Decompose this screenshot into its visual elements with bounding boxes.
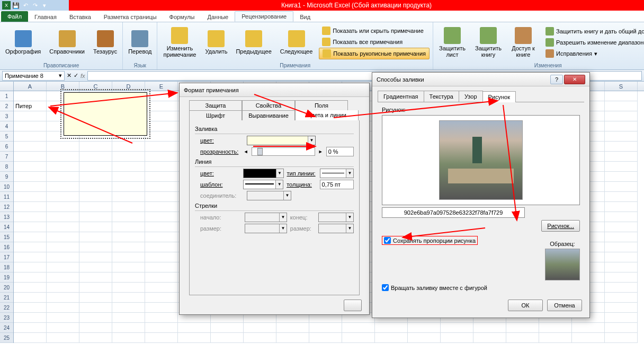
track-changes-button[interactable]: Исправления ▾ xyxy=(542,48,644,59)
cell[interactable] xyxy=(605,131,638,142)
tab-layout[interactable]: Разметка страницы xyxy=(97,12,163,22)
cell[interactable] xyxy=(342,323,375,333)
cell[interactable] xyxy=(605,111,638,121)
tab-view[interactable]: Вид xyxy=(293,12,317,22)
undo-icon[interactable]: ↶ xyxy=(21,1,30,10)
cell[interactable] xyxy=(473,323,506,333)
help-button[interactable]: ? xyxy=(550,75,563,84)
research-button[interactable]: Справочники xyxy=(47,29,87,56)
cell[interactable] xyxy=(47,252,79,262)
row-header[interactable]: 23 xyxy=(0,313,13,323)
row-header[interactable]: 9 xyxy=(0,172,13,182)
cell[interactable] xyxy=(145,202,178,212)
cell[interactable] xyxy=(112,313,145,323)
tab-properties[interactable]: Свойства xyxy=(242,100,295,110)
cell[interactable] xyxy=(112,232,145,242)
cell[interactable] xyxy=(47,262,79,272)
cell[interactable] xyxy=(112,152,145,162)
cell[interactable] xyxy=(79,242,112,252)
next-comment-button[interactable]: Следующее xyxy=(278,29,315,56)
cell[interactable] xyxy=(14,91,47,101)
cell[interactable] xyxy=(112,192,145,202)
cell[interactable] xyxy=(605,91,638,101)
row-header[interactable]: 19 xyxy=(0,272,13,283)
cell[interactable] xyxy=(79,232,112,242)
show-ink-button[interactable]: Показать рукописные примечания xyxy=(319,48,430,59)
cell[interactable] xyxy=(14,142,47,152)
cell[interactable] xyxy=(79,222,112,232)
weight-value[interactable]: 0,75 пт xyxy=(320,180,354,189)
cell[interactable] xyxy=(145,142,178,152)
cell[interactable] xyxy=(145,91,178,101)
cell[interactable] xyxy=(244,333,276,343)
line-type-picker[interactable]: ▼ xyxy=(320,169,354,178)
cell[interactable] xyxy=(145,162,178,172)
cell[interactable] xyxy=(47,212,79,222)
cell[interactable] xyxy=(145,131,178,142)
cell[interactable] xyxy=(14,283,47,293)
line-color-picker[interactable]: ▼ xyxy=(243,169,284,178)
show-hide-comment-button[interactable]: Показать или скрыть примечание xyxy=(319,25,430,36)
cell[interactable] xyxy=(145,182,178,192)
row-header[interactable]: 20 xyxy=(0,283,13,293)
cell[interactable] xyxy=(375,323,408,333)
cell[interactable] xyxy=(178,333,211,343)
cell[interactable] xyxy=(605,222,638,232)
tab-margins[interactable]: Поля xyxy=(295,100,348,110)
redo-icon[interactable]: ↷ xyxy=(31,1,39,10)
cell[interactable] xyxy=(506,333,539,343)
cell[interactable] xyxy=(112,293,145,303)
enter-icon[interactable]: ✓ xyxy=(74,72,78,79)
cell[interactable] xyxy=(605,303,638,313)
cell[interactable] xyxy=(605,242,638,252)
cell[interactable] xyxy=(47,202,79,212)
fx-icon[interactable]: fx xyxy=(80,73,85,79)
tab-gradient[interactable]: Градиентная xyxy=(378,91,424,102)
cell[interactable] xyxy=(79,313,112,323)
cell[interactable] xyxy=(112,262,145,272)
tab-texture[interactable]: Текстура xyxy=(424,91,459,102)
cell[interactable] xyxy=(145,192,178,202)
tab-review[interactable]: Рецензирование xyxy=(235,11,293,22)
cell[interactable] xyxy=(14,222,47,232)
cell[interactable] xyxy=(112,182,145,192)
cell[interactable] xyxy=(14,303,47,313)
rotate-fill-checkbox[interactable]: Вращать заливку вместе с фигурой xyxy=(382,284,580,291)
row-header[interactable]: 8 xyxy=(0,162,13,172)
cell[interactable] xyxy=(375,333,408,343)
cell[interactable] xyxy=(276,333,309,343)
cell[interactable] xyxy=(506,323,539,333)
cell[interactable] xyxy=(145,262,178,272)
cell[interactable] xyxy=(47,182,79,192)
cell[interactable] xyxy=(14,162,47,172)
cell[interactable] xyxy=(14,192,47,202)
cell[interactable] xyxy=(605,101,638,111)
cell[interactable] xyxy=(79,293,112,303)
cell[interactable] xyxy=(244,323,276,333)
cell[interactable] xyxy=(112,323,145,333)
protect-share-button[interactable]: Защитить книгу и дать общий доступ xyxy=(542,26,644,37)
cell[interactable] xyxy=(47,242,79,252)
tab-formulas[interactable]: Формулы xyxy=(163,12,201,22)
cell[interactable] xyxy=(47,192,79,202)
prev-comment-button[interactable]: Предыдущее xyxy=(234,29,273,56)
tab-data[interactable]: Данные xyxy=(201,12,235,22)
row-header[interactable]: 5 xyxy=(0,131,13,142)
cell[interactable] xyxy=(145,212,178,222)
cell[interactable] xyxy=(14,212,47,222)
cell[interactable] xyxy=(145,283,178,293)
col-header[interactable]: C xyxy=(79,82,112,91)
cell[interactable] xyxy=(112,242,145,252)
cell[interactable] xyxy=(14,172,47,182)
cell[interactable] xyxy=(47,222,79,232)
cell[interactable] xyxy=(605,212,638,222)
cell[interactable] xyxy=(605,182,638,192)
cell[interactable] xyxy=(605,283,638,293)
cell[interactable] xyxy=(14,293,47,303)
cell[interactable] xyxy=(211,323,244,333)
tab-insert[interactable]: Вставка xyxy=(63,12,97,22)
protect-workbook-button[interactable]: Защитить книгу xyxy=(472,26,504,59)
cancel-icon[interactable]: ✕ xyxy=(67,72,71,79)
allow-ranges-button[interactable]: Разрешить изменение диапазонов xyxy=(542,37,644,48)
transparency-value[interactable]: 0 % xyxy=(326,147,354,156)
